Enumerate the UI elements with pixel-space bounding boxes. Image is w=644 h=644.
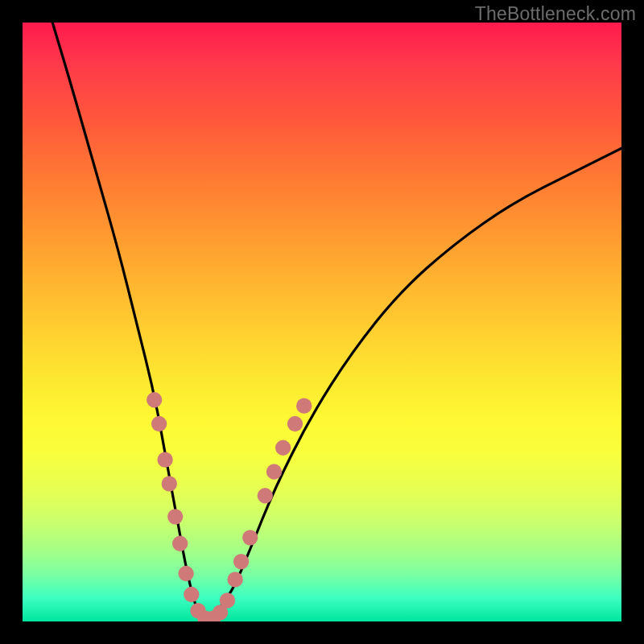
chart-plot-area	[23, 23, 621, 621]
data-point	[162, 476, 177, 491]
data-point	[220, 592, 235, 608]
data-point	[147, 392, 162, 407]
data-point	[287, 416, 303, 431]
watermark-text: TheBottleneck.com	[475, 3, 636, 25]
data-point	[296, 398, 312, 413]
data-point	[167, 509, 183, 524]
data-point	[172, 536, 188, 551]
outer-frame: TheBottleneck.com	[0, 0, 644, 644]
data-point	[178, 566, 193, 581]
data-point	[266, 464, 282, 479]
data-point	[233, 554, 249, 569]
data-point	[258, 488, 273, 503]
data-point	[242, 530, 258, 545]
data-point	[184, 587, 199, 602]
data-markers	[147, 392, 312, 621]
data-point	[227, 572, 242, 587]
data-point	[157, 452, 172, 467]
data-point	[151, 416, 167, 431]
bottleneck-curve	[52, 23, 621, 620]
chart-svg	[23, 23, 621, 621]
data-point	[275, 440, 291, 456]
